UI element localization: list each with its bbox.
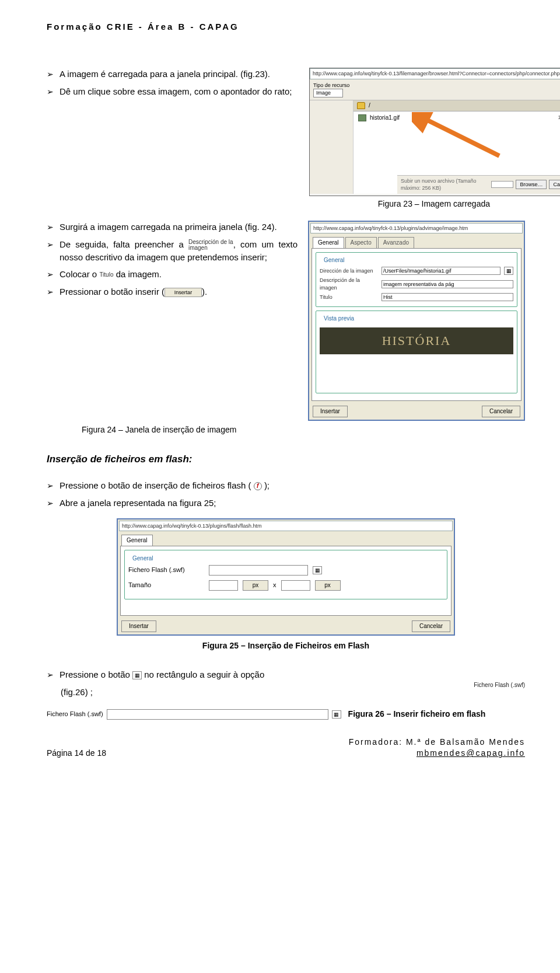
bullet-text: Surgirá a imagem carregada na primeira j… xyxy=(60,221,298,233)
fieldset-legend: General xyxy=(322,256,346,264)
row-image-dialog: ➢ Surgirá a imagem carregada na primeira… xyxy=(47,221,525,421)
annotation-arrow xyxy=(412,112,505,159)
image-dialog-screenshot: http://www.capag.info/wq/tinyfck-0.13/pl… xyxy=(308,221,525,421)
image-url-input[interactable] xyxy=(382,267,501,275)
bullet-arrow-icon: ➢ xyxy=(47,221,54,233)
browse-icon[interactable]: ▦ xyxy=(504,267,513,275)
fieldset-legend: Vista previa xyxy=(322,315,356,323)
cancelar-button[interactable]: Cancelar xyxy=(412,620,450,632)
bullet-item: ➢ Pressione o botão de inserção de fiche… xyxy=(47,479,525,492)
fichero-input[interactable] xyxy=(107,709,328,720)
unit-select[interactable]: px xyxy=(243,580,268,591)
tab-general[interactable]: General xyxy=(313,237,344,248)
bullet-arrow-icon: ➢ xyxy=(47,668,54,681)
width-input[interactable] xyxy=(209,580,238,591)
bullet-text: (fig.26) ; xyxy=(61,686,467,698)
bullet-text: Pressionar o botão inserir (Insertar). xyxy=(60,285,298,298)
bullet-item: ➢ Colocar o Titulo da imagem. xyxy=(47,268,298,281)
bullet-text: Pressione o botão ▦ no rectângulo a segu… xyxy=(60,668,467,681)
upload-button[interactable]: Cargar xyxy=(549,180,560,190)
bullet-arrow-icon: ➢ xyxy=(47,479,54,492)
flash-dialog-screenshot: http://www.capag.info/wq/tinyfck-0.13/pl… xyxy=(117,518,455,636)
image-desc-input[interactable] xyxy=(382,280,513,288)
tab-general[interactable]: General xyxy=(121,535,153,546)
text-frag: da imagem. xyxy=(116,269,162,279)
flash-icon: f xyxy=(254,482,262,490)
svg-line-0 xyxy=(421,117,499,156)
file-thumb-icon xyxy=(358,114,366,121)
text-frag: Pressione o botão xyxy=(60,669,130,679)
bullet-arrow-icon: ➢ xyxy=(47,497,54,510)
unit-select[interactable]: px xyxy=(315,580,341,591)
bullet-text: A imagem é carregada para a janela princ… xyxy=(60,68,303,80)
text-frag: De seguida, falta preencher a xyxy=(60,239,184,249)
page-number: Página 14 de 18 xyxy=(47,748,106,759)
browse-icon[interactable]: ▦ xyxy=(332,710,341,719)
height-input[interactable] xyxy=(281,580,310,591)
field-label: Titulo xyxy=(320,294,378,301)
text-frag: Pressionar o botão inserir ( xyxy=(60,287,164,297)
image-title-input[interactable] xyxy=(382,293,513,301)
path-text: / xyxy=(369,102,370,110)
field-label: Descripción de la imagen xyxy=(320,277,378,291)
field-label: Dirección de la imagen xyxy=(320,267,378,275)
folder-icon xyxy=(357,102,365,109)
fichero-label: Fichero Flash (.swf) xyxy=(47,710,103,719)
trainer-email[interactable]: mbmendes@capag.info xyxy=(416,748,525,758)
bullet-text: De seguida, falta preencher a Descripció… xyxy=(60,238,298,263)
trainer-name: Formadora: M.ª de Balsamão Mendes xyxy=(349,737,525,748)
dialog-url: http://www.capag.info/wq/tinyfck-0.13/pl… xyxy=(310,223,523,234)
descripcion-snippet: Descripción de la imagen xyxy=(188,239,233,251)
section-title-flash: Inserção de ficheiros em flash: xyxy=(47,452,525,466)
bullet-text: Dê um clique sobre essa imagem, com o ap… xyxy=(60,85,303,97)
fichero-input-bar: Fichero Flash (.swf) ▦ Figura 26 – Inser… xyxy=(47,709,525,720)
row-intro: ➢ A imagem é carregada para a janela pri… xyxy=(47,68,525,196)
bullet-text: Abre a janela representada na figura 25; xyxy=(60,497,525,509)
text-frag: ); xyxy=(264,480,270,490)
text-frag: Pressione o botão de inserção de ficheir… xyxy=(60,480,251,490)
titulo-snippet: Titulo xyxy=(99,272,113,278)
upload-path-input[interactable] xyxy=(491,181,513,188)
text-frag: Colocar o xyxy=(60,269,97,279)
insertar-button[interactable]: Insertar xyxy=(121,620,156,632)
fichero-flash-snippet: Fichero Flash (.swf) xyxy=(474,681,525,689)
bullet-item: ➢ Pressione o botão ▦ no rectângulo a se… xyxy=(47,668,467,681)
figure-23-caption: Figura 23 – Imagem carregada xyxy=(47,198,525,210)
tab-aspecto[interactable]: Aspecto xyxy=(345,237,377,248)
x-label: x xyxy=(273,581,276,590)
dialog-url: http://www.capag.info/wq/tinyfck-0.13/pl… xyxy=(119,521,453,532)
field-label: Tamaño xyxy=(128,581,204,590)
bullet-item: ➢ De seguida, falta preencher a Descripc… xyxy=(47,238,298,263)
cancelar-button[interactable]: Cancelar xyxy=(482,406,520,417)
text-frag: no rectângulo a seguir à opção xyxy=(144,669,264,679)
figure-24-caption: Figura 24 – Janela de inserção de imagem xyxy=(47,424,525,436)
bullet-item: ➢ Abre a janela representada na figura 2… xyxy=(47,497,525,510)
flash-file-input[interactable] xyxy=(209,565,308,576)
tab-avanzado[interactable]: Avanzado xyxy=(378,237,414,248)
preview-banner: HISTÓRIA xyxy=(320,327,513,354)
file-browser-screenshot: http://www.capag.info/wq/tinyfck-0.13/fi… xyxy=(309,68,560,196)
file-size: 19 KB xyxy=(558,114,560,121)
insertar-button[interactable]: Insertar xyxy=(313,406,348,417)
bullet-arrow-icon: ➢ xyxy=(47,85,54,98)
bullet-item: ➢ Surgirá a imagem carregada na primeira… xyxy=(47,221,298,233)
field-label: Fichero Flash (.swf) xyxy=(128,566,204,574)
bullet-item: ➢ Pressionar o botão inserir (Insertar). xyxy=(47,285,298,298)
figure-26-caption: Figura 26 – Inserir ficheiro em flash xyxy=(348,709,486,720)
bullet-item: ➢ Dê um clique sobre essa imagem, com o … xyxy=(47,85,303,98)
file-browser-sidebar xyxy=(310,100,354,194)
bullet-arrow-icon: ➢ xyxy=(47,285,54,298)
file-name: historia1.gif xyxy=(370,114,400,122)
resource-type-value[interactable]: Image xyxy=(313,89,343,97)
upload-hint: Subir un nuevo archivo (Tamaño máximo: 2… xyxy=(401,177,489,192)
browse-icon[interactable]: ▦ xyxy=(313,566,322,574)
browser-url: http://www.capag.info/wq/tinyfck-0.13/fi… xyxy=(310,68,560,79)
browse-icon: ▦ xyxy=(132,671,142,679)
page-footer: Página 14 de 18 Formadora: M.ª de Balsam… xyxy=(47,737,525,759)
figure-25-caption: Figura 25 – Inserção de Ficheiros em Fla… xyxy=(47,640,525,652)
bullet-item: ➢ A imagem é carregada para a janela pri… xyxy=(47,68,303,81)
browse-button[interactable]: Browse… xyxy=(516,180,547,190)
fieldset-legend: General xyxy=(131,554,155,563)
bullet-text: Pressione o botão de inserção de ficheir… xyxy=(60,479,525,491)
text-frag: ). xyxy=(202,287,207,297)
